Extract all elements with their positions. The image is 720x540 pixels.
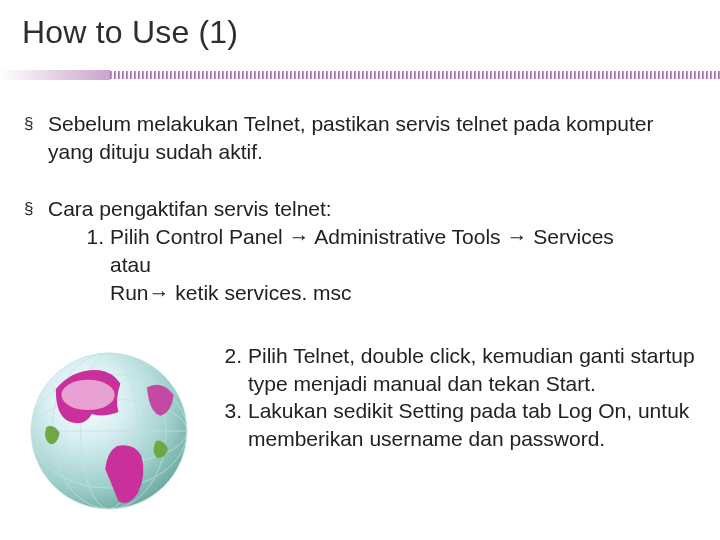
svg-rect-61: [354, 71, 356, 79]
svg-rect-2: [118, 71, 120, 79]
svg-rect-126: [614, 71, 616, 79]
svg-rect-105: [530, 71, 532, 79]
dotted-bar-icon: [110, 70, 720, 80]
svg-rect-29: [226, 71, 228, 79]
svg-rect-28: [222, 71, 224, 79]
svg-rect-107: [538, 71, 540, 79]
list-item: 2. Pilih Telnet, double click, kemudian …: [210, 342, 696, 397]
svg-rect-17: [178, 71, 180, 79]
svg-rect-68: [382, 71, 384, 79]
svg-rect-64: [366, 71, 368, 79]
svg-rect-5: [130, 71, 132, 79]
list-number: 1.: [72, 223, 110, 306]
svg-rect-52: [318, 71, 320, 79]
svg-rect-4: [126, 71, 128, 79]
svg-rect-44: [286, 71, 288, 79]
svg-rect-119: [586, 71, 588, 79]
svg-rect-49: [306, 71, 308, 79]
svg-rect-111: [554, 71, 556, 79]
title-divider: (function(){ const svg=document.querySel…: [0, 70, 720, 80]
svg-rect-92: [478, 71, 480, 79]
svg-rect-21: [194, 71, 196, 79]
list-text: Pilih Telnet, double click, kemudian gan…: [248, 342, 696, 397]
svg-rect-114: [566, 71, 568, 79]
bullet-mark-icon: §: [24, 195, 48, 306]
svg-rect-54: [326, 71, 328, 79]
svg-rect-53: [322, 71, 324, 79]
globe-icon: [14, 336, 204, 526]
svg-rect-82: [438, 71, 440, 79]
svg-rect-88: [462, 71, 464, 79]
svg-rect-127: [618, 71, 620, 79]
svg-rect-37: [258, 71, 260, 79]
svg-rect-117: [578, 71, 580, 79]
svg-rect-87: [458, 71, 460, 79]
svg-rect-19: [186, 71, 188, 79]
svg-rect-124: [606, 71, 608, 79]
svg-rect-41: [274, 71, 276, 79]
slide-title: How to Use (1): [22, 14, 238, 51]
svg-rect-58: [342, 71, 344, 79]
svg-rect-104: [526, 71, 528, 79]
svg-rect-116: [574, 71, 576, 79]
svg-rect-112: [558, 71, 560, 79]
svg-rect-151: [714, 71, 716, 79]
svg-rect-141: [674, 71, 676, 79]
svg-rect-11: [154, 71, 156, 79]
svg-rect-137: [658, 71, 660, 79]
svg-rect-99: [506, 71, 508, 79]
content-area: § Sebelum melakukan Telnet, pastikan ser…: [24, 110, 696, 306]
svg-rect-138: [662, 71, 664, 79]
bullet-text: Sebelum melakukan Telnet, pastikan servi…: [48, 110, 696, 165]
numbered-list-continued: 2. Pilih Telnet, double click, kemudian …: [210, 342, 696, 453]
svg-rect-79: [426, 71, 428, 79]
svg-rect-38: [262, 71, 264, 79]
bullet-mark-icon: §: [24, 110, 48, 165]
svg-rect-78: [422, 71, 424, 79]
svg-rect-150: [710, 71, 712, 79]
svg-rect-24: [206, 71, 208, 79]
svg-rect-108: [542, 71, 544, 79]
svg-rect-67: [378, 71, 380, 79]
svg-rect-109: [546, 71, 548, 79]
svg-rect-3: [122, 71, 124, 79]
svg-rect-118: [582, 71, 584, 79]
svg-rect-7: [138, 71, 140, 79]
svg-rect-140: [670, 71, 672, 79]
svg-rect-62: [358, 71, 360, 79]
svg-rect-50: [310, 71, 312, 79]
svg-rect-16: [174, 71, 176, 79]
svg-rect-15: [170, 71, 172, 79]
bullet-item: § Cara pengaktifan servis telnet: 1. Pil…: [24, 195, 696, 306]
svg-rect-72: [398, 71, 400, 79]
svg-rect-130: [630, 71, 632, 79]
list-item: 3. Lakukan sedikit Setting pada tab Log …: [210, 397, 696, 452]
svg-rect-120: [590, 71, 592, 79]
svg-rect-98: [502, 71, 504, 79]
svg-rect-76: [414, 71, 416, 79]
svg-rect-33: [242, 71, 244, 79]
svg-rect-46: [294, 71, 296, 79]
svg-rect-128: [622, 71, 624, 79]
list-number: 3.: [210, 397, 248, 452]
svg-point-161: [62, 380, 115, 410]
svg-rect-10: [150, 71, 152, 79]
svg-rect-71: [394, 71, 396, 79]
bullet-item: § Sebelum melakukan Telnet, pastikan ser…: [24, 110, 696, 165]
svg-rect-47: [298, 71, 300, 79]
svg-rect-26: [214, 71, 216, 79]
svg-rect-0: [110, 71, 112, 79]
svg-rect-103: [522, 71, 524, 79]
svg-rect-100: [510, 71, 512, 79]
svg-rect-113: [562, 71, 564, 79]
svg-rect-83: [442, 71, 444, 79]
svg-rect-12: [158, 71, 160, 79]
svg-rect-142: [678, 71, 680, 79]
svg-rect-65: [370, 71, 372, 79]
svg-rect-20: [190, 71, 192, 79]
svg-rect-144: [686, 71, 688, 79]
svg-rect-129: [626, 71, 628, 79]
svg-rect-56: [334, 71, 336, 79]
svg-rect-148: [702, 71, 704, 79]
list-number: 2.: [210, 342, 248, 397]
